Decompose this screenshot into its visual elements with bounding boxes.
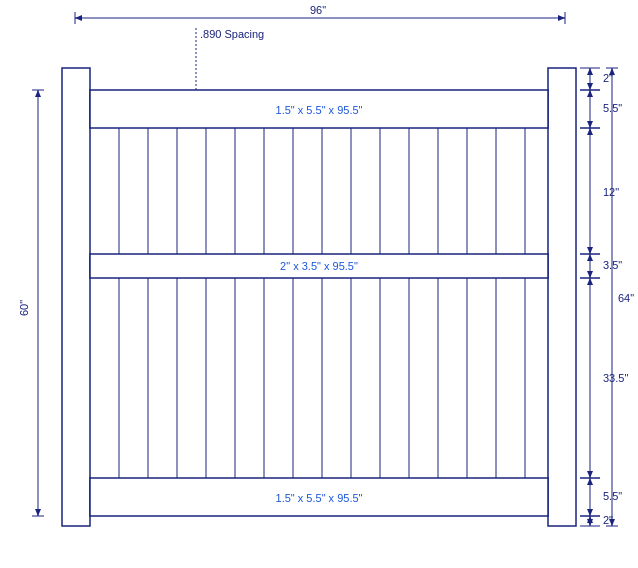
svg-marker-2 — [558, 15, 565, 21]
svg-marker-65 — [587, 247, 593, 254]
svg-marker-70 — [587, 271, 593, 278]
svg-marker-1 — [75, 15, 82, 21]
svg-marker-43 — [35, 509, 41, 516]
diagram-container: .dim-line { stroke: #1a237e; stroke-widt… — [0, 0, 638, 568]
svg-marker-74 — [587, 278, 593, 285]
svg-marker-80 — [587, 509, 593, 516]
right-top-cap: 2" — [603, 72, 613, 84]
right-top-section: 5.5" — [603, 102, 622, 114]
right-mid: 3.5" — [603, 259, 622, 271]
right-bottom-section: 5.5" — [603, 490, 622, 502]
svg-marker-42 — [35, 90, 41, 97]
left-height-dimension: 60" — [18, 300, 30, 316]
right-upper-mid: 12" — [603, 186, 619, 198]
svg-marker-60 — [587, 121, 593, 128]
width-dimension: 96" — [310, 4, 326, 16]
svg-rect-6 — [62, 68, 90, 526]
svg-marker-69 — [587, 254, 593, 261]
svg-rect-7 — [548, 68, 576, 526]
svg-marker-59 — [587, 90, 593, 97]
mid-rail-label: 2" x 3.5" x 95.5" — [280, 260, 358, 272]
right-bottom-cap: 2" — [603, 514, 613, 526]
svg-marker-54 — [587, 68, 593, 75]
svg-marker-55 — [587, 83, 593, 90]
spacing-label: .890 Spacing — [200, 28, 264, 40]
right-height-dimension: 64" — [618, 292, 634, 304]
svg-marker-64 — [587, 128, 593, 135]
bottom-rail-label: 1.5" x 5.5" x 95.5" — [276, 492, 363, 504]
svg-marker-75 — [587, 471, 593, 478]
right-lower: 33.5" — [603, 372, 628, 384]
svg-marker-79 — [587, 478, 593, 485]
top-rail-label: 1.5" x 5.5" x 95.5" — [276, 104, 363, 116]
